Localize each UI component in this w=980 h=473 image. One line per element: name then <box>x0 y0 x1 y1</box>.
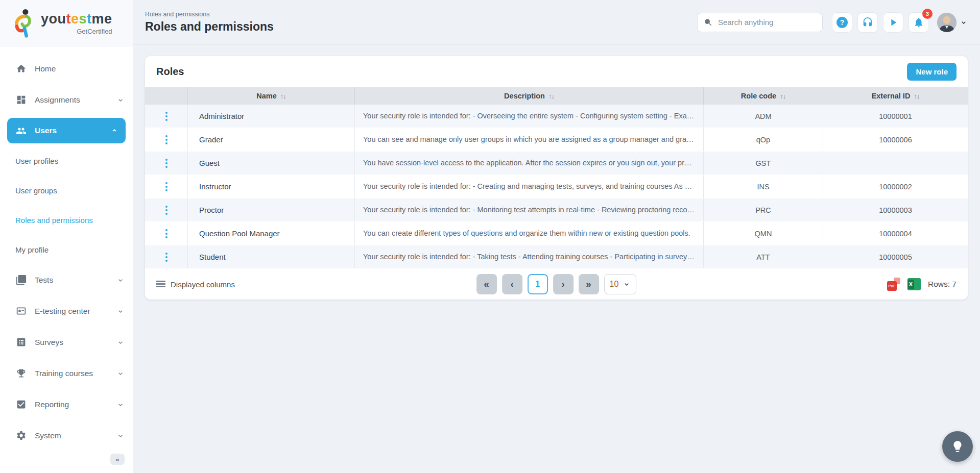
avatar <box>937 13 957 32</box>
sidebar-item-user-profiles[interactable]: User profiles <box>0 146 133 176</box>
role-name: Proctor <box>188 198 355 221</box>
last-page-button[interactable]: » <box>579 274 599 294</box>
prev-page-button[interactable]: ‹ <box>502 274 522 294</box>
first-page-button[interactable]: « <box>476 274 497 294</box>
role-code: ADM <box>704 105 823 128</box>
column-header-label: Name <box>256 92 277 100</box>
row-menu-icon[interactable] <box>162 203 171 218</box>
brand-letter: t <box>87 11 92 27</box>
role-description: You can create different types of questi… <box>355 222 704 245</box>
breadcrumb: Roles and permissions <box>145 11 274 18</box>
chevron-down-icon <box>116 276 125 284</box>
role-name: Guest <box>188 152 355 175</box>
role-name: Administrator <box>188 105 355 128</box>
sidebar-item-e-testing-center[interactable]: E-testing center <box>0 295 133 327</box>
sidebar-item-label: My profile <box>15 245 49 254</box>
brand-logo[interactable]: youtestme GetCertified <box>0 0 133 47</box>
sidebar-item-user-groups[interactable]: User groups <box>0 176 133 205</box>
row-menu-icon[interactable] <box>162 156 171 171</box>
help-fab-button[interactable] <box>942 431 973 462</box>
brand-letter: e <box>71 11 79 27</box>
column-header-name[interactable]: Name↑↓ <box>188 87 355 105</box>
sidebar-item-surveys[interactable]: Surveys <box>0 327 133 358</box>
sidebar-item-users[interactable]: Users <box>7 118 126 143</box>
help-button[interactable]: ? <box>832 12 852 33</box>
row-menu-icon[interactable] <box>162 250 171 265</box>
role-external-id: 10000002 <box>823 175 968 198</box>
search-box <box>697 13 823 32</box>
search-input[interactable] <box>718 18 820 27</box>
table-header-row: Name↑↓Description↑↓Role code↑↓External I… <box>145 87 968 105</box>
export-pdf-icon[interactable]: PDF <box>887 278 900 291</box>
page-size-select[interactable]: 10 <box>604 274 637 294</box>
sidebar-item-label: Home <box>35 64 56 73</box>
table-row[interactable]: Instructor Your security role is intende… <box>145 175 968 198</box>
help-icon: ? <box>836 17 848 28</box>
roles-card: Roles New role Name↑↓Description↑↓Role c… <box>145 56 968 300</box>
column-header-description[interactable]: Description↑↓ <box>355 87 704 105</box>
table-row[interactable]: Question Pool Manager You can create dif… <box>145 222 968 245</box>
sidebar-item-label: Surveys <box>35 338 63 347</box>
lightbulb-icon <box>951 440 964 453</box>
main-area: Roles and permissions Roles and permissi… <box>133 0 980 473</box>
role-code: INS <box>704 175 823 198</box>
etesting-center-icon <box>15 306 27 317</box>
sidebar-item-roles-and-permissions[interactable]: Roles and permissions <box>0 205 133 235</box>
table-row[interactable]: Guest You have session-level access to t… <box>145 152 968 175</box>
sidebar-item-label: User profiles <box>15 157 58 165</box>
role-code: GST <box>704 152 823 175</box>
sidebar-item-label: Reporting <box>35 400 69 409</box>
chevron-down-icon <box>116 432 125 440</box>
sidebar-item-label: Tests <box>35 276 53 285</box>
sidebar-item-assignments[interactable]: Assignments <box>0 84 133 115</box>
notifications-badge: 3 <box>922 9 933 19</box>
role-external-id: 10000001 <box>823 105 968 128</box>
sidebar-item-training-courses[interactable]: Training courses <box>0 358 133 389</box>
user-menu[interactable] <box>937 13 968 32</box>
table-row[interactable]: Grader You can see and manage only user … <box>145 128 968 152</box>
sort-icon: ↑↓ <box>280 92 286 100</box>
menu-column-header <box>145 87 188 105</box>
brand-wordmark: youtestme <box>41 12 112 26</box>
bell-icon <box>913 17 924 28</box>
brand-letter: me <box>92 11 112 27</box>
sidebar-item-label: Users <box>35 126 57 135</box>
play-icon <box>888 17 899 28</box>
chevron-down-icon <box>116 401 125 409</box>
sidebar-item-system[interactable]: System <box>0 420 133 451</box>
sidebar-item-home[interactable]: Home <box>0 53 133 84</box>
paginator: « ‹ 1 › » 10 <box>476 274 637 294</box>
notifications-button[interactable]: 3 <box>909 12 929 33</box>
sort-icon: ↑↓ <box>548 92 554 100</box>
row-menu-icon[interactable] <box>162 179 171 194</box>
chevron-down-icon <box>116 338 125 346</box>
table-row[interactable]: Proctor Your security role is intended f… <box>145 198 968 222</box>
chevron-down-icon <box>116 307 125 315</box>
sidebar-collapse-button[interactable]: « <box>110 454 125 465</box>
next-page-button[interactable]: › <box>553 274 573 294</box>
displayed-columns-label: Displayed columns <box>171 280 235 289</box>
table-row[interactable]: Student Your security role is intended f… <box>145 245 968 269</box>
role-external-id <box>823 152 968 175</box>
row-menu-icon[interactable] <box>162 226 171 241</box>
sidebar-item-tests[interactable]: Tests <box>0 264 133 295</box>
topbar: Roles and permissions Roles and permissi… <box>133 0 980 45</box>
support-button[interactable] <box>857 12 878 33</box>
column-header-external-id[interactable]: External ID↑↓ <box>823 87 968 105</box>
role-name: Question Pool Manager <box>188 222 355 245</box>
current-page-button[interactable]: 1 <box>528 274 548 294</box>
sidebar-item-my-profile[interactable]: My profile <box>0 235 133 264</box>
tutorials-button[interactable] <box>883 12 903 33</box>
row-menu-icon[interactable] <box>162 132 171 147</box>
new-role-button[interactable]: New role <box>907 63 957 81</box>
row-menu-icon[interactable] <box>162 109 171 124</box>
column-header-role-code[interactable]: Role code↑↓ <box>704 87 823 105</box>
home-icon <box>15 63 27 74</box>
displayed-columns-button[interactable]: Displayed columns <box>156 280 235 289</box>
sidebar-item-reporting[interactable]: Reporting <box>0 389 133 420</box>
export-excel-icon[interactable]: X <box>907 278 921 290</box>
page-title: Roles and permissions <box>145 20 274 34</box>
app-root: youtestme GetCertified HomeAssignmentsUs… <box>0 0 980 473</box>
role-name: Student <box>188 245 355 268</box>
table-row[interactable]: Administrator Your security role is inte… <box>145 105 968 128</box>
